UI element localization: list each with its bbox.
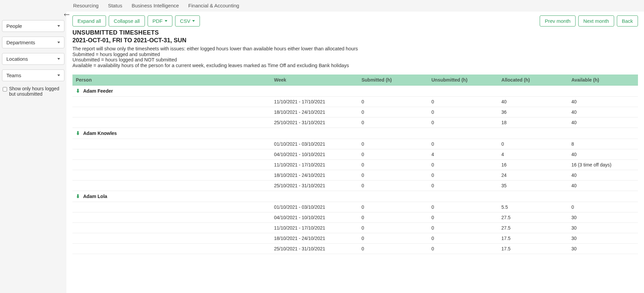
col-unsubmitted[interactable]: Unsubmitted (h) [428, 75, 498, 86]
cell-unsubmitted: 0 [428, 180, 498, 191]
table-row: 11/10/2021 - 17/10/20210027.530 [72, 223, 638, 233]
nav-item[interactable]: Financial & Accounting [188, 3, 239, 8]
report-table: Person Week Submitted (h) Unsubmitted (h… [72, 75, 638, 254]
cell-available: 30 [568, 233, 638, 243]
group-row[interactable]: ⬇Adam Feeder [72, 85, 638, 96]
top-nav: ResourcingStatusBusiness IntelligenceFin… [66, 0, 644, 11]
cell-allocated: 35 [498, 180, 568, 191]
cell-allocated: 16 [498, 159, 568, 170]
table-row: 11/10/2021 - 17/10/2021004040 [72, 96, 638, 107]
cell-submitted: 0 [358, 233, 428, 243]
cell-person [72, 107, 271, 117]
cell-submitted: 0 [358, 180, 428, 191]
cell-person [72, 170, 271, 180]
cell-allocated: 5.5 [498, 202, 568, 212]
main: ResourcingStatusBusiness IntelligenceFin… [66, 0, 644, 293]
cell-unsubmitted: 0 [428, 170, 498, 180]
filter-dropdown[interactable]: Teams [2, 69, 64, 81]
cell-week: 25/10/2021 - 31/10/2021 [271, 180, 358, 191]
group-row[interactable]: ⬇Adam Lola [72, 191, 638, 202]
show-unsubmitted-checkbox[interactable] [3, 87, 7, 92]
cell-submitted: 0 [358, 96, 428, 107]
cell-submitted: 0 [358, 149, 428, 159]
date-range: 2021-OCT-01, FRI TO 2021-OCT-31, SUN [72, 37, 638, 44]
show-unsubmitted-checkbox-row[interactable]: Show only hours logged but unsubmitted [2, 86, 64, 97]
table-row: 11/10/2021 - 17/10/2021001616 (3 time of… [72, 159, 638, 170]
cell-person [72, 149, 271, 159]
nav-item[interactable]: Business Intelligence [131, 3, 179, 8]
col-allocated[interactable]: Allocated (h) [498, 75, 568, 86]
table-row: 25/10/2021 - 31/10/2021003540 [72, 180, 638, 191]
cell-week: 18/10/2021 - 24/10/2021 [271, 107, 358, 117]
cell-available: 8 [568, 139, 638, 149]
col-submitted[interactable]: Submitted (h) [358, 75, 428, 86]
table-row: 04/10/2021 - 10/10/202104440 [72, 149, 638, 159]
group-row[interactable]: ⬇Adam Knowles [72, 128, 638, 139]
collapse-icon[interactable]: ⬇ [76, 130, 81, 136]
filter-dropdown[interactable]: Locations [2, 53, 64, 65]
col-available[interactable]: Available (h) [568, 75, 638, 86]
table-row: 25/10/2021 - 31/10/2021001840 [72, 117, 638, 128]
chevron-down-icon [165, 20, 167, 22]
chevron-down-icon [192, 20, 195, 22]
description-line: Submitted = hours logged and submitted [72, 52, 638, 57]
chevron-down-icon [57, 58, 60, 60]
collapse-all-button[interactable]: Collapse all [109, 15, 145, 27]
filter-dropdown[interactable]: Departments [2, 37, 64, 48]
description-line: The report will show only the timesheets… [72, 46, 638, 52]
cell-week: 01/10/2021 - 03/10/2021 [271, 139, 358, 149]
col-week[interactable]: Week [271, 75, 358, 86]
pdf-label: PDF [153, 18, 163, 24]
page-title: UNSUBMITTED TIMESHEETS [72, 29, 638, 36]
show-unsubmitted-label: Show only hours logged but unsubmitted [9, 86, 64, 97]
cell-submitted: 0 [358, 212, 428, 223]
table-row: 01/10/2021 - 03/10/20210008 [72, 139, 638, 149]
cell-available: 0 [568, 202, 638, 212]
cell-person [72, 212, 271, 223]
prev-month-button[interactable]: Prev month [540, 15, 576, 27]
cell-person [72, 243, 271, 254]
csv-label: CSV [180, 18, 191, 24]
cell-unsubmitted: 0 [428, 96, 498, 107]
cell-person [72, 96, 271, 107]
cell-submitted: 0 [358, 139, 428, 149]
cell-week: 18/10/2021 - 24/10/2021 [271, 233, 358, 243]
cell-week: 18/10/2021 - 24/10/2021 [271, 170, 358, 180]
nav-item[interactable]: Status [108, 3, 122, 8]
expand-all-button[interactable]: Expand all [72, 15, 106, 27]
cell-allocated: 40 [498, 96, 568, 107]
cell-week: 25/10/2021 - 31/10/2021 [271, 117, 358, 128]
cell-week: 01/10/2021 - 03/10/2021 [271, 202, 358, 212]
cell-allocated: 27.5 [498, 223, 568, 233]
filter-dropdown[interactable]: People [2, 20, 64, 32]
cell-submitted: 0 [358, 117, 428, 128]
cell-available: 40 [568, 170, 638, 180]
pdf-button[interactable]: PDF [148, 15, 172, 27]
cell-allocated: 17.5 [498, 243, 568, 254]
col-person[interactable]: Person [72, 75, 271, 86]
chevron-down-icon [57, 42, 60, 43]
cell-available: 16 (3 time off days) [568, 159, 638, 170]
cell-submitted: 0 [358, 170, 428, 180]
nav-item[interactable]: Resourcing [73, 3, 99, 8]
cell-available: 40 [568, 96, 638, 107]
filter-label: Departments [6, 40, 35, 45]
table-row: 18/10/2021 - 24/10/2021003640 [72, 107, 638, 117]
collapse-icon[interactable]: ⬇ [76, 88, 81, 94]
next-month-button[interactable]: Next month [578, 15, 614, 27]
back-button[interactable]: Back [617, 15, 638, 27]
cell-unsubmitted: 0 [428, 212, 498, 223]
cell-allocated: 36 [498, 107, 568, 117]
cell-submitted: 0 [358, 223, 428, 233]
cell-person [72, 223, 271, 233]
table-row: 18/10/2021 - 24/10/20210017.530 [72, 233, 638, 243]
filter-label: People [6, 23, 22, 29]
back-arrow-icon[interactable]: 🡐 [64, 11, 70, 18]
content: Expand all Collapse all PDF CSV Prev mon… [66, 11, 644, 293]
collapse-icon[interactable]: ⬇ [76, 193, 81, 199]
chevron-down-icon [57, 25, 60, 27]
csv-button[interactable]: CSV [175, 15, 200, 27]
cell-submitted: 0 [358, 107, 428, 117]
cell-available: 40 [568, 117, 638, 128]
cell-allocated: 24 [498, 170, 568, 180]
